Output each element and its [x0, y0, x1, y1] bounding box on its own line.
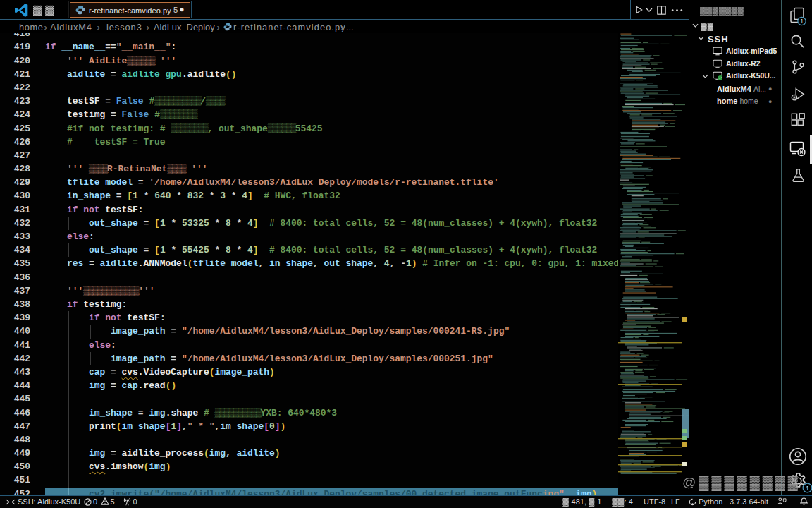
svg-text:1: 1 [806, 485, 809, 492]
svg-text:1: 1 [800, 18, 804, 25]
